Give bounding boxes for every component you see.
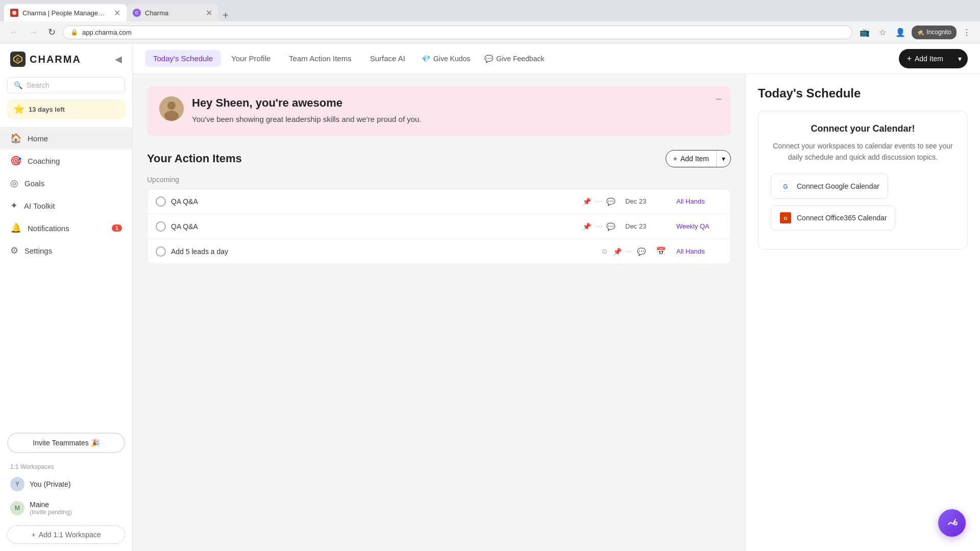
settings-icon: ⚙ xyxy=(10,245,18,256)
top-nav-give-kudos[interactable]: 💎 Give Kudos xyxy=(415,51,476,67)
back-button[interactable]: ← xyxy=(6,25,21,40)
action-text-2: QA Q&A xyxy=(171,222,577,231)
top-nav-your-profile[interactable]: Your Profile xyxy=(223,50,279,67)
more-icon-2[interactable]: ⋯ xyxy=(595,222,602,231)
trial-badge: ⭐ 13 days left xyxy=(7,99,125,119)
kudos-card: Hey Sheen, you're awesome You've been sh… xyxy=(147,86,731,136)
schedule-title: Today's Schedule xyxy=(758,86,968,101)
workspace-avatar-you: Y xyxy=(10,477,24,491)
content-area: Hey Sheen, you're awesome You've been sh… xyxy=(133,74,980,551)
lock-icon: 🔒 xyxy=(70,29,78,36)
action-row-3-icons: 📌 ⋯ 💬 xyxy=(613,247,646,256)
profile-button[interactable]: 👤 xyxy=(892,26,909,39)
top-nav-todays-schedule[interactable]: Today's Schedule xyxy=(145,50,221,67)
workspace-info-you: You (Private) xyxy=(30,480,122,488)
home-icon: 🏠 xyxy=(10,133,21,144)
ai-toolkit-icon: ✦ xyxy=(10,200,18,211)
comment-icon-1[interactable]: 💬 xyxy=(606,197,615,206)
search-box[interactable]: 🔍 Search xyxy=(7,77,125,93)
workspace-info-maine: Maine (Invite pending) xyxy=(30,500,122,516)
add-item-chevron-icon: ▾ xyxy=(958,55,962,63)
svg-text:C: C xyxy=(16,57,20,62)
add-item-dropdown-button[interactable]: ▾ xyxy=(952,49,968,68)
address-bar[interactable]: 🔒 app.charma.com xyxy=(63,26,852,39)
action-items-add-button[interactable]: + Add Item ▾ xyxy=(666,150,731,167)
comment-icon-3[interactable]: 💬 xyxy=(637,247,646,256)
forward-button[interactable]: → xyxy=(26,25,41,40)
tab-close-1[interactable]: ✕ xyxy=(114,8,120,18)
browser-tabs: Charma | People Management ... ✕ C Charm… xyxy=(0,0,980,21)
action-tag-3[interactable]: All Hands xyxy=(676,247,722,255)
browser-tab-1[interactable]: Charma | People Management ... ✕ xyxy=(4,4,127,21)
action-check-2[interactable] xyxy=(156,221,166,232)
action-items-add-label: Add Item xyxy=(680,155,709,163)
gear-icon-3: ⚙ xyxy=(601,247,608,256)
top-nav-give-feedback[interactable]: 💬 Give Feedback xyxy=(478,51,550,67)
workspace-name-maine: Maine xyxy=(30,500,122,509)
sidebar-collapse-button[interactable]: ◀ xyxy=(115,54,122,65)
kudos-body: You've been showing great leadership ski… xyxy=(192,114,719,126)
workspace-maine[interactable]: M Maine (Invite pending) xyxy=(0,496,132,520)
action-items-add-dropdown[interactable]: ▾ xyxy=(716,151,730,167)
add-item-btn-main[interactable]: + Add Item xyxy=(899,49,951,68)
more-icon-1[interactable]: ⋯ xyxy=(595,197,602,206)
top-nav-team-action-items[interactable]: Team Action Items xyxy=(281,50,360,67)
workspace-name-you: You (Private) xyxy=(30,480,122,488)
goals-icon: ◎ xyxy=(10,178,18,189)
action-check-1[interactable] xyxy=(156,196,166,207)
browser-actions: 📺 ☆ 👤 🕵 Incognito ⋮ xyxy=(856,26,974,39)
nav-items: 🏠 Home 🎯 Coaching ◎ Goals ✦ AI Toolkit 🔔… xyxy=(0,125,132,427)
add-workspace-button[interactable]: + Add 1:1 Workspace xyxy=(7,525,125,544)
kudos-gem-icon: 💎 xyxy=(422,55,430,63)
workspace-you-private[interactable]: Y You (Private) xyxy=(0,472,132,496)
calendar-connect-box: Connect your Calendar! Connect your work… xyxy=(758,111,968,249)
kudos-close-button[interactable]: − xyxy=(716,93,722,105)
kudos-title: Hey Sheen, you're awesome xyxy=(192,96,719,110)
browser-tab-2[interactable]: C Charma ✕ xyxy=(127,4,218,21)
reload-button[interactable]: ↻ xyxy=(45,24,59,40)
cast-button[interactable]: 📺 xyxy=(856,26,873,39)
kudos-content: Hey Sheen, you're awesome You've been sh… xyxy=(192,96,719,126)
nav-label-coaching: Coaching xyxy=(28,157,60,165)
logo-text: CHARMA xyxy=(30,54,81,65)
action-date-1: Dec 23 xyxy=(625,197,666,205)
new-tab-button[interactable]: + xyxy=(218,10,233,21)
top-nav: Today's Schedule Your Profile Team Actio… xyxy=(133,43,980,74)
bookmark-button[interactable]: ☆ xyxy=(876,26,889,39)
add-item-button[interactable]: + Add Item ▾ xyxy=(899,49,968,68)
top-nav-surface-ai[interactable]: Surface AI xyxy=(362,50,413,67)
action-check-3[interactable] xyxy=(156,246,166,257)
invite-teammates-button[interactable]: Invite Teammates 🎉 xyxy=(7,433,125,453)
google-calendar-icon: G xyxy=(779,180,792,192)
add-item-label: Add Item xyxy=(915,55,943,63)
nav-item-coaching[interactable]: 🎯 Coaching xyxy=(0,149,132,172)
pin-icon-1[interactable]: 📌 xyxy=(582,197,591,206)
pin-icon-3[interactable]: 📌 xyxy=(613,247,622,256)
action-row-1-icons: 📌 ⋯ 💬 xyxy=(582,197,615,206)
nav-item-notifications[interactable]: 🔔 Notifications 1 xyxy=(0,217,132,239)
pin-icon-2[interactable]: 📌 xyxy=(582,222,591,231)
action-row-3: Add 5 leads a day ⚙ 📌 ⋯ 💬 📅 All Hands xyxy=(148,239,730,264)
svg-point-10 xyxy=(954,522,957,525)
fab-icon xyxy=(946,516,958,530)
comment-icon-2[interactable]: 💬 xyxy=(606,222,615,231)
nav-item-ai-toolkit[interactable]: ✦ AI Toolkit xyxy=(0,194,132,217)
top-nav-your-profile-label: Your Profile xyxy=(231,54,271,63)
action-tag-2[interactable]: Weekly QA xyxy=(676,222,722,230)
main-area: Today's Schedule Your Profile Team Actio… xyxy=(133,43,980,551)
action-items-add-main[interactable]: + Add Item xyxy=(666,151,716,167)
tab-close-2[interactable]: ✕ xyxy=(206,8,212,18)
action-tag-1[interactable]: All Hands xyxy=(676,197,722,205)
menu-button[interactable]: ⋮ xyxy=(960,26,974,39)
nav-item-settings[interactable]: ⚙ Settings xyxy=(0,239,132,262)
sidebar: C CHARMA ◀ 🔍 Search ⭐ 13 days left 🏠 Hom… xyxy=(0,43,133,551)
nav-label-notifications: Notifications xyxy=(28,224,69,233)
nav-item-goals[interactable]: ◎ Goals xyxy=(0,172,132,194)
nav-label-settings: Settings xyxy=(24,246,52,255)
more-icon-3[interactable]: ⋯ xyxy=(626,247,633,256)
address-text: app.charma.com xyxy=(82,29,845,36)
connect-google-calendar-button[interactable]: G Connect Google Calendar xyxy=(771,173,888,199)
nav-item-home[interactable]: 🏠 Home xyxy=(0,127,132,149)
connect-office365-calendar-button[interactable]: O Connect Office365 Calendar xyxy=(771,205,895,231)
fab-button[interactable] xyxy=(938,509,966,537)
